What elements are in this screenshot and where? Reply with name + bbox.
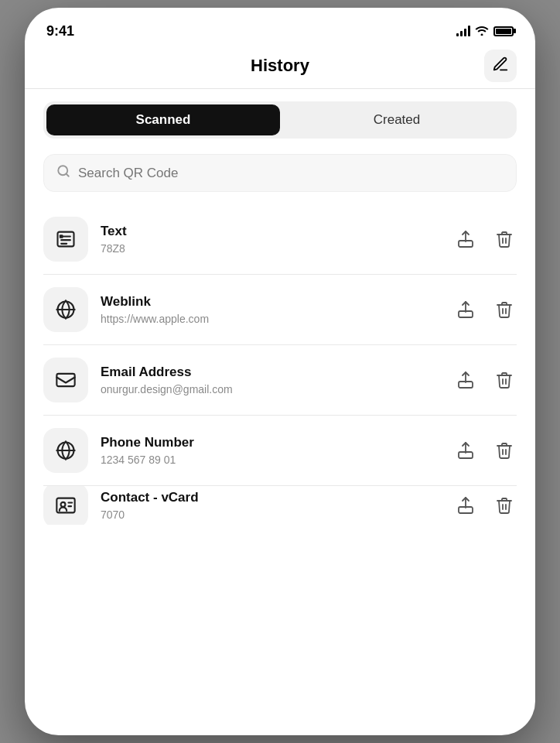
svg-line-1 — [66, 173, 68, 176]
delete-button[interactable] — [492, 493, 517, 518]
svg-rect-6 — [60, 235, 63, 238]
status-time: 9:41 — [46, 23, 74, 39]
item-icon-text — [43, 217, 88, 262]
search-box — [43, 154, 517, 192]
header: History — [25, 50, 535, 88]
share-button[interactable] — [453, 368, 478, 392]
item-title: Contact - vCard — [101, 490, 441, 505]
item-actions — [453, 368, 517, 392]
tab-created[interactable]: Created — [280, 104, 514, 135]
item-subtitle: onurgur.design@gmail.com — [101, 383, 441, 395]
item-content: Email Address onurgur.design@gmail.com — [101, 365, 441, 395]
status-icons — [456, 25, 514, 38]
item-icon-weblink — [43, 287, 88, 332]
share-button[interactable] — [453, 227, 478, 252]
edit-button[interactable] — [484, 50, 517, 82]
status-bar: 9:41 — [25, 8, 535, 50]
item-actions — [453, 297, 517, 322]
item-content: Text 78Z8 — [101, 224, 441, 255]
item-actions — [453, 493, 517, 518]
tabs: Scanned Created — [43, 101, 517, 139]
item-title: Text — [101, 224, 441, 239]
item-title: Email Address — [101, 365, 441, 380]
search-input[interactable] — [78, 166, 504, 181]
wifi-icon — [475, 25, 489, 38]
signal-icon — [456, 26, 470, 36]
share-button[interactable] — [453, 493, 478, 518]
phone-frame: 9:41 History — [25, 8, 535, 735]
delete-button[interactable] — [492, 368, 517, 392]
tabs-container: Scanned Created — [25, 89, 535, 151]
item-content: Phone Number 1234 567 89 01 — [101, 435, 441, 466]
item-title: Weblink — [101, 294, 441, 310]
tab-scanned[interactable]: Scanned — [46, 104, 280, 135]
edit-icon — [492, 56, 509, 76]
list-item: Text 78Z8 — [43, 204, 517, 275]
share-button[interactable] — [453, 438, 478, 463]
svg-point-15 — [61, 502, 66, 507]
delete-button[interactable] — [492, 438, 517, 463]
list-item: Weblink https://www.apple.com — [43, 275, 517, 345]
list-item: Email Address onurgur.design@gmail.com — [43, 345, 517, 416]
item-icon-phone — [43, 428, 88, 473]
delete-button[interactable] — [492, 297, 517, 322]
item-actions — [453, 438, 517, 463]
share-button[interactable] — [453, 297, 478, 322]
page-title: History — [251, 56, 309, 76]
search-icon — [56, 164, 70, 182]
item-title: Phone Number — [101, 435, 441, 450]
list-item: Contact - vCard 7070 — [43, 486, 517, 525]
list-item: Phone Number 1234 567 89 01 — [43, 416, 517, 486]
item-actions — [453, 227, 517, 252]
item-icon-email — [43, 358, 88, 402]
item-content: Weblink https://www.apple.com — [101, 294, 441, 325]
battery-icon — [493, 26, 514, 36]
item-icon-vcard — [43, 486, 88, 525]
item-subtitle: 7070 — [101, 508, 441, 521]
item-content: Contact - vCard 7070 — [101, 490, 441, 521]
search-container — [25, 151, 535, 204]
item-subtitle: 78Z8 — [101, 242, 441, 255]
item-subtitle: https://www.apple.com — [101, 313, 441, 325]
item-subtitle: 1234 567 89 01 — [101, 454, 441, 466]
list-container: Text 78Z8 — [25, 204, 535, 525]
delete-button[interactable] — [492, 227, 517, 252]
svg-rect-10 — [56, 374, 74, 386]
